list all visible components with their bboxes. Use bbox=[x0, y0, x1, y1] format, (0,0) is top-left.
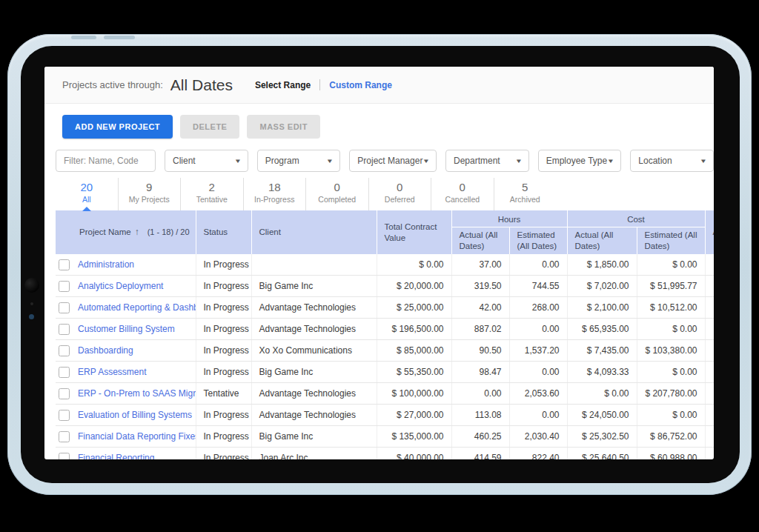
row-checkbox[interactable] bbox=[59, 281, 70, 292]
active-through-label: Projects active through: bbox=[62, 79, 163, 90]
project-name-link[interactable]: Automated Reporting & Dashboards bbox=[78, 302, 196, 313]
project-name-link[interactable]: Financial Data Reporting Fixes bbox=[78, 431, 196, 442]
total-contract-value-cell: $ 20,000.00 bbox=[377, 276, 451, 297]
status-tab[interactable]: 0 Deferred bbox=[368, 178, 431, 210]
project-name-cell: Financial Reporting bbox=[72, 448, 196, 460]
project-manager-filter-dropdown[interactable]: Project Manager ▼ bbox=[349, 150, 437, 172]
status-tab[interactable]: 9 My Projects bbox=[118, 178, 181, 210]
overflow-column-header: A bbox=[705, 210, 714, 254]
table-body: Administration In Progress $ 0.00 37.00 … bbox=[56, 254, 714, 459]
hours-actual-cell: 37.00 bbox=[451, 254, 509, 276]
project-name-link[interactable]: Administration bbox=[78, 259, 134, 270]
tab-label: All bbox=[56, 195, 118, 204]
project-name-cell: ERP Assessment bbox=[72, 362, 196, 383]
total-contract-value-column-header[interactable]: Total Contract Value bbox=[377, 210, 451, 254]
row-checkbox[interactable] bbox=[59, 324, 70, 335]
date-range-value: All Dates bbox=[170, 76, 233, 94]
location-filter-dropdown[interactable]: Location ▼ bbox=[630, 150, 714, 172]
hours-actual-cell: 90.50 bbox=[451, 340, 509, 362]
client-column-header[interactable]: Client bbox=[251, 210, 377, 254]
custom-range-link[interactable]: Custom Range bbox=[329, 80, 392, 90]
row-checkbox[interactable] bbox=[59, 345, 70, 356]
tablet-camera-icon bbox=[24, 278, 39, 293]
project-name-cell: Automated Reporting & Dashboards bbox=[72, 297, 196, 319]
tablet-mic-dot-icon bbox=[30, 302, 33, 305]
row-checkbox[interactable] bbox=[59, 367, 70, 378]
location-filter-label: Location bbox=[638, 156, 672, 166]
status-cell: In Progress bbox=[196, 254, 251, 276]
sort-ascending-icon: ↑ bbox=[135, 227, 139, 237]
select-range-button[interactable]: Select Range bbox=[255, 80, 311, 90]
status-cell: In Progress bbox=[196, 276, 251, 297]
hours-actual-cell: 414.59 bbox=[451, 448, 509, 460]
hours-actual-cell: 113.08 bbox=[451, 405, 509, 426]
tab-count: 0 bbox=[306, 181, 368, 193]
project-name-link[interactable]: Dashboarding bbox=[78, 345, 133, 356]
filter-search-input[interactable] bbox=[56, 150, 156, 172]
tab-label: Deferred bbox=[369, 195, 431, 204]
row-checkbox[interactable] bbox=[59, 431, 70, 442]
cost-actual-cell: $ 65,935.00 bbox=[567, 319, 637, 340]
department-filter-dropdown[interactable]: Department ▼ bbox=[445, 150, 529, 172]
cost-actual-column-header[interactable]: Actual (All Dates) bbox=[567, 227, 637, 255]
table-row[interactable]: Financial Data Reporting Fixes In Progre… bbox=[56, 426, 714, 448]
status-tab[interactable]: 0 Cancelled bbox=[431, 178, 494, 210]
page: { "header": { "label": "Projects active … bbox=[0, 0, 759, 532]
row-checkbox[interactable] bbox=[59, 453, 70, 459]
table-row[interactable]: Financial Reporting In Progress Joan Arc… bbox=[56, 448, 714, 460]
total-contract-value-cell: $ 100,000.00 bbox=[377, 383, 451, 405]
overflow-cell bbox=[705, 297, 714, 319]
program-filter-dropdown[interactable]: Program ▼ bbox=[257, 150, 341, 172]
checkbox-cell bbox=[56, 319, 72, 340]
project-name-link[interactable]: ERP - On-Prem to SAAS Migration bbox=[78, 388, 196, 399]
status-tab[interactable]: 20 All bbox=[56, 178, 118, 210]
row-checkbox[interactable] bbox=[59, 410, 70, 421]
table-row[interactable]: ERP Assessment In Progress Big Game Inc … bbox=[56, 362, 714, 383]
date-range-bar: Projects active through: All Dates Selec… bbox=[44, 67, 714, 104]
client-cell: Advantage Technologies bbox=[251, 383, 377, 405]
row-checkbox[interactable] bbox=[59, 302, 70, 313]
employee-type-filter-dropdown[interactable]: Employee Type ▼ bbox=[538, 150, 622, 172]
status-tab[interactable]: 0 Completed bbox=[305, 178, 368, 210]
status-tab[interactable]: 5 Archived bbox=[494, 178, 557, 210]
overflow-cell bbox=[705, 383, 714, 405]
cost-estimated-cell: $ 60,988.00 bbox=[637, 448, 705, 460]
cost-group-header: Cost bbox=[567, 210, 705, 227]
project-name-column-header[interactable]: Project Name↑ (1 - 18) / 20 bbox=[72, 210, 196, 254]
tab-label: Cancelled bbox=[431, 195, 494, 204]
status-tab[interactable]: 18 In-Progress bbox=[243, 178, 306, 210]
cost-estimated-column-header[interactable]: Estimated (All Dates) bbox=[637, 227, 705, 255]
row-checkbox[interactable] bbox=[59, 259, 70, 270]
table-row[interactable]: Administration In Progress $ 0.00 37.00 … bbox=[56, 254, 714, 276]
hours-actual-column-header[interactable]: Actual (All Dates) bbox=[451, 227, 509, 255]
hours-estimated-column-header[interactable]: Estimated (All Dates) bbox=[509, 227, 567, 255]
project-name-link[interactable]: Evaluation of Billing Systems bbox=[78, 410, 192, 420]
table-row[interactable]: Evaluation of Billing Systems In Progres… bbox=[56, 405, 714, 426]
project-name-link[interactable]: ERP Assessment bbox=[78, 367, 146, 377]
cost-estimated-cell: $ 0.00 bbox=[637, 362, 705, 383]
delete-button[interactable]: DELETE bbox=[180, 115, 239, 139]
project-name-link[interactable]: Customer Billing System bbox=[78, 324, 175, 334]
project-name-link[interactable]: Analytics Deployment bbox=[78, 281, 163, 291]
client-filter-dropdown[interactable]: Client ▼ bbox=[165, 150, 248, 172]
project-name-cell: Administration bbox=[72, 254, 196, 276]
table-row[interactable]: Customer Billing System In Progress Adva… bbox=[56, 319, 714, 340]
table-row[interactable]: Automated Reporting & Dashboards In Prog… bbox=[56, 297, 714, 319]
chevron-down-icon: ▼ bbox=[422, 158, 430, 164]
row-checkbox[interactable] bbox=[59, 388, 70, 399]
table-row[interactable]: ERP - On-Prem to SAAS Migration Tentativ… bbox=[56, 383, 714, 405]
checkbox-cell bbox=[56, 362, 72, 383]
total-contract-value-cell: $ 25,000.00 bbox=[377, 297, 451, 319]
hours-actual-cell: 0.00 bbox=[451, 383, 509, 405]
project-name-link[interactable]: Financial Reporting bbox=[78, 453, 154, 459]
cost-actual-cell: $ 2,100.00 bbox=[567, 297, 637, 319]
mass-edit-button[interactable]: MASS EDIT bbox=[247, 115, 319, 139]
status-tab[interactable]: 2 Tentative bbox=[180, 178, 243, 210]
table-row[interactable]: Dashboarding In Progress Xo Xo Communica… bbox=[56, 340, 714, 362]
add-new-project-button[interactable]: ADD NEW PROJECT bbox=[62, 115, 173, 139]
table-row[interactable]: Analytics Deployment In Progress Big Gam… bbox=[56, 276, 714, 297]
status-column-header[interactable]: Status bbox=[196, 210, 251, 254]
tablet-sensor-icon bbox=[29, 314, 34, 319]
client-cell: Big Game Inc bbox=[251, 426, 377, 448]
hours-group-header: Hours bbox=[451, 210, 567, 227]
